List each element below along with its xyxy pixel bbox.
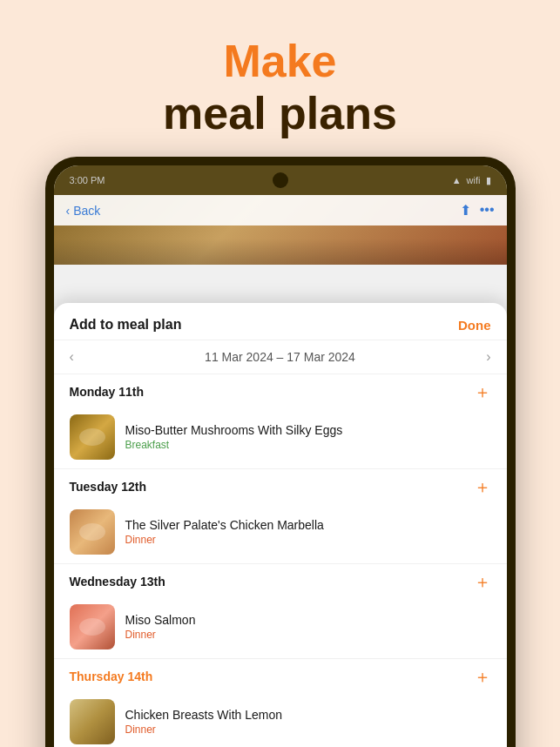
day-label-tuesday: Tuesday 12th <box>70 480 146 494</box>
device-screen: 3:00 PM ▲ wifi ▮ ‹ Back ⬆ ••• <box>54 165 507 747</box>
recipe-item: The Silver Palate's Chicken Marbella Din… <box>54 502 507 563</box>
day-section-wednesday: Wednesday 13th ＋ Miso Salmon Dinner <box>54 564 507 659</box>
week-range-label: 11 Mar 2024 – 17 Mar 2024 <box>205 350 355 364</box>
meal-plan-modal: Add to meal plan Done ‹ 11 Mar 2024 – 17… <box>54 303 507 747</box>
headline-subtitle: meal plans <box>163 87 397 139</box>
day-header-thursday: Thursday 14th ＋ <box>54 659 507 692</box>
add-thursday-button[interactable]: ＋ <box>474 668 491 685</box>
headline-make: Make <box>163 35 397 87</box>
recipe-item: Miso Salmon Dinner <box>54 597 507 658</box>
share-icon[interactable]: ⬆ <box>460 202 471 219</box>
next-week-button[interactable]: › <box>486 349 490 365</box>
device-shell: 3:00 PM ▲ wifi ▮ ‹ Back ⬆ ••• <box>45 157 516 747</box>
modal-title: Add to meal plan <box>70 317 182 333</box>
add-wednesday-button[interactable]: ＋ <box>474 573 491 590</box>
recipe-info: The Silver Palate's Chicken Marbella Din… <box>125 518 491 546</box>
signal-icon: ▲ <box>452 175 462 186</box>
done-button[interactable]: Done <box>458 318 491 333</box>
recipe-thumbnail <box>70 509 115 555</box>
recipe-thumbnail <box>70 604 115 649</box>
nav-action-icons: ⬆ ••• <box>460 202 495 219</box>
day-section-thursday: Thursday 14th ＋ Chicken Breasts With Lem… <box>54 659 507 747</box>
page-header: Make meal plans <box>163 0 397 157</box>
status-bar: 3:00 PM ▲ wifi ▮ <box>54 165 507 195</box>
add-monday-button[interactable]: ＋ <box>474 383 491 400</box>
meal-type-badge: Dinner <box>125 534 491 546</box>
status-time: 3:00 PM <box>70 175 105 185</box>
wifi-icon: wifi <box>467 175 481 186</box>
recipe-name: The Silver Palate's Chicken Marbella <box>125 518 491 532</box>
day-header-tuesday: Tuesday 12th ＋ <box>54 469 507 502</box>
status-icons: ▲ wifi ▮ <box>452 175 491 186</box>
day-header-wednesday: Wednesday 13th ＋ <box>54 564 507 597</box>
meal-type-badge: Breakfast <box>125 439 491 451</box>
recipe-name: Miso Salmon <box>125 613 491 627</box>
day-label-wednesday: Wednesday 13th <box>70 575 165 589</box>
add-tuesday-button[interactable]: ＋ <box>474 478 491 495</box>
modal-header: Add to meal plan Done <box>54 303 507 340</box>
meal-type-badge: Dinner <box>125 629 491 641</box>
recipe-info: Miso Salmon Dinner <box>125 613 491 641</box>
recipe-item: Miso-Butter Mushrooms With Silky Eggs Br… <box>54 407 507 468</box>
recipe-info: Chicken Breasts With Lemon Dinner <box>125 708 491 736</box>
day-label-thursday: Thursday 14th <box>70 670 153 683</box>
chevron-left-icon: ‹ <box>66 204 71 218</box>
meal-type-badge: Dinner <box>125 723 491 736</box>
battery-icon: ▮ <box>486 175 491 186</box>
day-label-monday: Monday 11th <box>70 385 145 399</box>
recipe-info: Miso-Butter Mushrooms With Silky Eggs Br… <box>125 423 491 451</box>
back-label: Back <box>73 204 100 218</box>
back-button[interactable]: ‹ Back <box>66 204 101 218</box>
recipe-name: Chicken Breasts With Lemon <box>125 708 491 722</box>
day-section-tuesday: Tuesday 12th ＋ The Silver Palate's Chick… <box>54 469 507 564</box>
day-section-monday: Monday 11th ＋ Miso-Butter Mushrooms With… <box>54 374 507 469</box>
recipe-thumbnail <box>70 414 115 460</box>
recipe-thumbnail <box>70 699 115 744</box>
prev-week-button[interactable]: ‹ <box>70 349 74 365</box>
recipe-item: Chicken Breasts With Lemon Dinner <box>54 692 507 747</box>
recipe-name: Miso-Butter Mushrooms With Silky Eggs <box>125 423 491 437</box>
day-header-monday: Monday 11th ＋ <box>54 374 507 407</box>
week-navigation: ‹ 11 Mar 2024 – 17 Mar 2024 › <box>54 340 507 374</box>
navigation-bar: ‹ Back ⬆ ••• <box>54 195 507 225</box>
more-icon[interactable]: ••• <box>480 202 495 219</box>
